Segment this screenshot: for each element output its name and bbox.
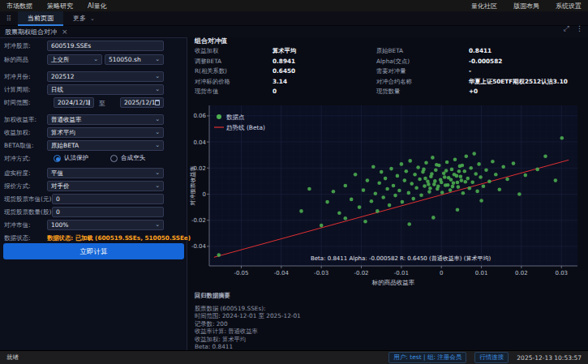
data-point — [456, 181, 460, 185]
data-point — [350, 198, 354, 202]
stat-label: 对冲标的价格 — [195, 78, 273, 86]
start-date-picker[interactable]: 2024/12/1 — [54, 97, 94, 108]
data-point — [428, 186, 432, 191]
data-point — [475, 190, 479, 194]
summary-line: 时间范围: 2024-12-01 至 2025-12-01 — [195, 312, 301, 320]
data-point — [388, 203, 392, 208]
x-tick-label: -0.01 — [394, 270, 409, 276]
menubar: 市场数据 策略研究 AI量化 量化社区 版面布局 系统设置 — [0, 0, 588, 11]
stats-panel-title: 组合对冲值 — [195, 36, 227, 45]
stat-value: 0.8941 — [273, 58, 376, 66]
data-point — [472, 152, 476, 156]
spot-value-label: 现货股票市值(元): — [4, 195, 54, 203]
data-point — [410, 182, 414, 186]
chevron-down-icon: ⌄ — [155, 115, 160, 124]
spot-value-input[interactable] — [52, 194, 164, 204]
data-point — [453, 173, 457, 177]
toolbar: ⠿ 当前页面 更多⌄ — [0, 11, 588, 26]
data-point — [470, 180, 474, 184]
radio-selected-icon — [54, 155, 61, 162]
data-point — [524, 173, 528, 178]
apps-grid-icon[interactable]: ⠿ — [0, 15, 18, 23]
tab-more[interactable]: 更多⌄ — [63, 11, 105, 26]
data-point — [460, 178, 464, 182]
hedge-ratio-label: 对冲市值: — [4, 221, 31, 229]
data-point — [407, 222, 411, 226]
data-point — [463, 169, 467, 173]
data-point — [400, 162, 404, 166]
calc-period-select[interactable]: 日线 ⌄ — [47, 84, 164, 95]
stat-value: +0 — [469, 88, 584, 96]
menu-layout[interactable]: 版面布局 — [513, 2, 539, 11]
return-type-select[interactable]: 普通收益率 ⌄ — [47, 114, 164, 125]
quote-type-select[interactable]: 对手价 ⌄ — [47, 181, 164, 191]
spot-qty-input[interactable] — [52, 207, 164, 217]
beta-type-select[interactable]: 原始BETA ⌄ — [47, 140, 164, 151]
data-point — [362, 188, 366, 192]
data-point — [436, 187, 440, 191]
stat-value: 0.6450 — [273, 67, 376, 75]
hedge-stock-input[interactable] — [47, 41, 164, 51]
exchange-select[interactable]: 上交所 ⌄ — [47, 54, 102, 65]
tab-current-page[interactable]: 当前页面 — [18, 11, 63, 26]
menu-strategy-research[interactable]: 策略研究 — [47, 2, 73, 11]
data-point — [450, 168, 454, 172]
data-point — [464, 180, 468, 184]
data-point — [392, 184, 396, 188]
stat-label: 原始BETA — [376, 47, 469, 55]
data-point — [469, 166, 473, 170]
stats-grid: 收益加权 算术平均 原始BETA 0.8411 调整BETA 0.8941 Al… — [195, 47, 584, 96]
data-point — [457, 169, 461, 173]
radio-synthetic-short[interactable]: 合成空头 — [110, 154, 145, 162]
data-point — [405, 169, 409, 173]
data-point — [423, 177, 427, 181]
data-point — [408, 159, 412, 163]
chevron-down-icon: ⌄ — [155, 169, 160, 178]
weight-method-select[interactable]: 算术平均 ⌄ — [47, 127, 164, 138]
menu-quant-community[interactable]: 量化社区 — [471, 2, 497, 11]
calc-period-label: 计算周期: — [4, 86, 31, 94]
data-point — [501, 165, 505, 169]
data-point — [389, 167, 393, 171]
data-point — [421, 170, 425, 174]
menu-system-settings[interactable]: 系统设置 — [556, 2, 582, 11]
moneyness-select[interactable]: 平值 ⌄ — [47, 168, 164, 178]
expand-icon[interactable]: ⤢ — [564, 24, 569, 33]
data-point — [560, 136, 564, 140]
data-point — [427, 190, 431, 194]
chevron-down-icon: ⌄ — [155, 141, 160, 150]
data-point — [358, 205, 362, 209]
menu-ai-quant[interactable]: AI量化 — [88, 2, 107, 11]
end-date-picker[interactable]: 2025/12/1 — [120, 97, 164, 108]
market-connection[interactable]: 行情连接 — [474, 352, 509, 363]
data-point — [344, 216, 348, 221]
y-tick-label: -0.04 — [191, 243, 207, 250]
stat-value contract-name: 华夏上证50ETF期权2512认沽3.10 — [469, 78, 584, 86]
radio-put-protection[interactable]: 认沽保护 — [54, 154, 88, 162]
data-point — [414, 186, 418, 190]
page-title[interactable]: 股票期权组合对冲 — [5, 28, 57, 36]
data-status-value: 数据状态: 已加载 (600519.SSEs, 510050.SSEe) — [47, 234, 191, 242]
stat-value: -0.000582 — [469, 58, 584, 66]
underlying-code-select[interactable]: 510050.sh ⌄ — [105, 54, 164, 65]
menu-market-data[interactable]: 市场数据 — [6, 2, 32, 11]
y-tick-label: 0.04 — [193, 139, 206, 146]
stat-label: 需要对冲量 — [376, 67, 469, 75]
summary-line: 收益加权: 算术平均 — [195, 336, 301, 344]
hedge-month-select[interactable]: 202512 ⌄ — [47, 71, 164, 82]
chevron-down-icon: ⌄ — [155, 72, 160, 81]
data-point — [325, 200, 329, 204]
stat-label: 收益加权 — [195, 47, 273, 55]
kebab-menu-icon[interactable]: ⋮ — [576, 24, 583, 33]
data-point — [380, 170, 384, 174]
calculate-button[interactable]: 立即计算 — [3, 243, 184, 259]
data-point — [299, 209, 303, 213]
close-icon[interactable]: × — [62, 28, 68, 36]
time-range-label: 时间范围: — [4, 99, 31, 107]
user-info[interactable]: 用户: test | 组: 注册会员 — [388, 352, 466, 363]
data-point — [416, 165, 420, 169]
data-point — [458, 165, 462, 169]
data-point — [413, 173, 417, 177]
data-point — [491, 160, 495, 164]
hedge-ratio-select[interactable]: 100% ⌄ — [47, 220, 164, 230]
